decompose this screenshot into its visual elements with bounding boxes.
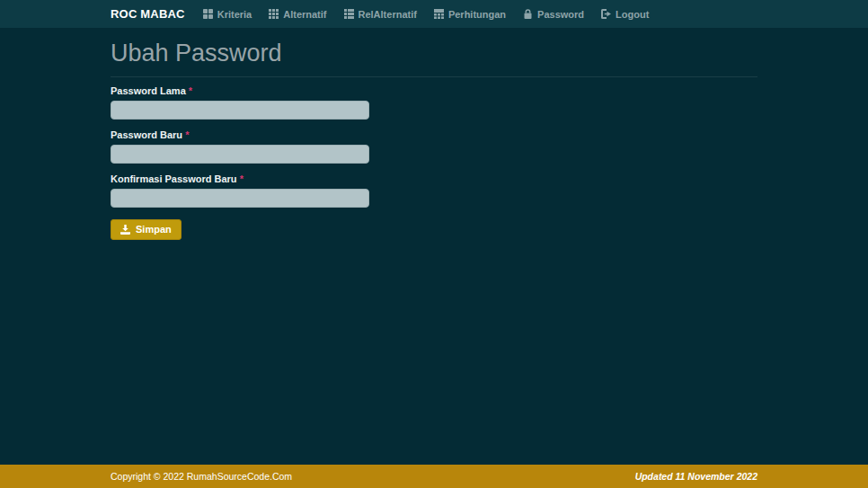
nav-item-password[interactable]: Password [523,9,584,20]
nav-item-perhitungan[interactable]: Perhitungan [434,9,506,20]
nav-items: Kriteria Alternatif RelAlternatif Perhit… [203,9,667,20]
table-icon [434,9,444,19]
download-icon [120,225,130,235]
title-divider [111,76,757,77]
change-password-form: Password Lama * Password Baru * Konfirma… [111,85,757,240]
page-title: Ubah Password [111,40,757,67]
nav-item-logout[interactable]: Logout [601,9,649,20]
form-group-konfirmasi-password: Konfirmasi Password Baru * [111,173,369,208]
required-mark: * [189,85,192,96]
nav-item-label: RelAlternatif [359,9,417,20]
footer-copyright: Copyright © 2022 RumahSourceCode.Com [111,471,292,482]
label-text: Konfirmasi Password Baru [111,173,237,184]
top-navbar: ROC MABAC Kriteria Alternatif RelAlterna… [0,0,868,28]
th-list-icon [344,9,354,19]
nav-item-label: Logout [616,9,649,20]
save-button-label: Simpan [136,224,172,235]
th-large-icon [203,9,213,19]
label-text: Password Baru [111,129,182,140]
nav-item-relalternatif[interactable]: RelAlternatif [344,9,417,20]
password-lama-field[interactable] [111,101,369,120]
konfirmasi-password-field[interactable] [111,189,369,208]
brand[interactable]: ROC MABAC [111,7,185,21]
nav-item-label: Alternatif [283,9,326,20]
nav-item-label: Password [537,9,584,20]
form-group-password-baru: Password Baru * [111,129,369,164]
password-lama-label: Password Lama * [111,85,369,96]
sign-out-icon [601,9,611,19]
th-icon [269,9,279,19]
nav-item-alternatif[interactable]: Alternatif [269,9,326,20]
label-text: Password Lama [111,85,186,96]
required-mark: * [185,129,189,140]
nav-item-kriteria[interactable]: Kriteria [203,9,252,20]
footer-updated: Updated 11 November 2022 [635,471,757,482]
konfirmasi-password-label: Konfirmasi Password Baru * [111,173,369,184]
lock-icon [523,9,533,19]
password-baru-field[interactable] [111,145,369,164]
nav-item-label: Kriteria [217,9,252,20]
main-content: Ubah Password Password Lama * Password B… [111,28,757,240]
required-mark: * [240,173,244,184]
password-baru-label: Password Baru * [111,129,369,140]
form-group-password-lama: Password Lama * [111,85,369,120]
save-button[interactable]: Simpan [111,219,182,240]
footer: Copyright © 2022 RumahSourceCode.Com Upd… [0,465,868,488]
nav-item-label: Perhitungan [448,9,506,20]
